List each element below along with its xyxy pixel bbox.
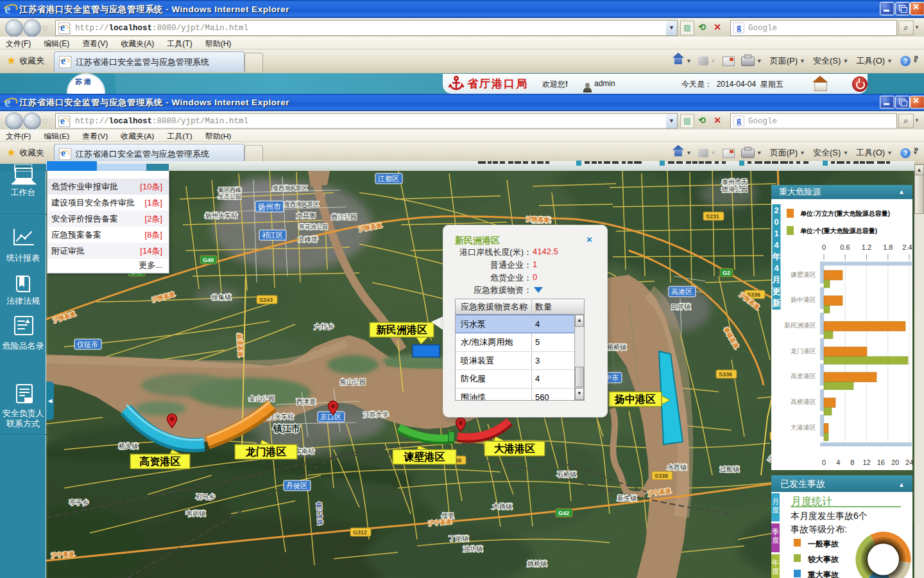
svg-text:瘦西湖风景区: 瘦西湖风景区 xyxy=(273,185,307,191)
svg-text:扬溧高速: 扬溧高速 xyxy=(236,333,244,358)
svg-text:S336: S336 xyxy=(719,371,732,378)
svg-text:新: 新 xyxy=(772,298,781,308)
svg-text:单位:万立方(重大危险源总容量): 单位:万立方(重大危险源总容量) xyxy=(800,210,890,217)
svg-text:口岸镇: 口岸镇 xyxy=(671,303,690,310)
svg-text:G40: G40 xyxy=(203,257,214,263)
svg-text:亭子乡: 亭子乡 xyxy=(69,499,89,506)
svg-text:新生镇: 新生镇 xyxy=(617,495,637,502)
svg-text:0: 0 xyxy=(774,217,778,227)
svg-text:S243: S243 xyxy=(259,297,273,303)
svg-text:桥头镇: 桥头镇 xyxy=(118,442,138,450)
svg-text:过船镇: 过船镇 xyxy=(720,466,739,473)
svg-text:G312: G312 xyxy=(353,529,367,536)
svg-text:高港区: 高港区 xyxy=(671,288,692,295)
svg-text:24: 24 xyxy=(905,459,912,466)
svg-text:扬中港区: 扬中港区 xyxy=(791,296,816,303)
svg-text:0.6: 0.6 xyxy=(840,243,850,251)
svg-text:0: 0 xyxy=(822,243,826,251)
svg-text:大港港区: 大港港区 xyxy=(494,443,535,454)
svg-text:蜀冈西峰: 蜀冈西峰 xyxy=(218,187,241,193)
svg-text:4: 4 xyxy=(774,240,779,250)
svg-text:金山公园: 金山公园 xyxy=(248,395,275,402)
svg-text:仪征市: 仪征市 xyxy=(77,340,98,348)
svg-text:2.4: 2.4 xyxy=(902,243,912,251)
svg-text:月: 月 xyxy=(772,275,781,285)
svg-text:扬中港区: 扬中港区 xyxy=(614,394,656,405)
svg-text:龙门港区: 龙门港区 xyxy=(791,347,816,355)
svg-text:扬州火车站: 扬州火车站 xyxy=(205,212,237,219)
svg-text:生态公园: 生态公园 xyxy=(218,193,241,200)
svg-text:曲江公园: 曲江公园 xyxy=(331,213,357,220)
svg-text:沪陕高速: 沪陕高速 xyxy=(526,216,550,223)
svg-text:文昌阁: 文昌阁 xyxy=(296,212,316,219)
svg-text:1.2: 1.2 xyxy=(862,243,871,251)
svg-text:六圩乡: 六圩乡 xyxy=(314,323,334,330)
svg-text:0: 0 xyxy=(822,459,826,466)
svg-text:文峰塔: 文峰塔 xyxy=(298,236,318,243)
svg-text:16: 16 xyxy=(877,459,885,466)
svg-text:8: 8 xyxy=(850,459,854,466)
svg-text:谏壁港区: 谏壁港区 xyxy=(404,451,445,462)
svg-text:大港港区: 大港港区 xyxy=(791,424,816,431)
svg-text:新民洲港区: 新民洲港区 xyxy=(375,324,427,335)
svg-text:石桥镇: 石桥镇 xyxy=(557,471,576,478)
svg-text:泰州市天: 泰州市天 xyxy=(722,179,748,186)
svg-text:大路镇: 大路镇 xyxy=(493,503,512,510)
svg-text:丹徒区: 丹徒区 xyxy=(286,482,307,489)
svg-text:1.8: 1.8 xyxy=(883,243,893,251)
svg-text:S338: S338 xyxy=(654,473,668,479)
svg-text:2: 2 xyxy=(774,206,778,215)
svg-text:德湖公园: 德湖公园 xyxy=(721,186,748,193)
svg-text:镇江市: 镇江市 xyxy=(273,423,300,434)
svg-text:江苏大学: 江苏大学 xyxy=(363,411,389,418)
svg-text:年: 年 xyxy=(772,252,782,261)
svg-text:更: 更 xyxy=(773,286,781,296)
svg-text:20: 20 xyxy=(891,459,899,466)
svg-text:12: 12 xyxy=(862,459,870,466)
svg-text:谏壁港区: 谏壁港区 xyxy=(790,271,816,278)
svg-text:韦岗镇: 韦岗镇 xyxy=(186,510,205,517)
svg-text:焦山公园: 焦山公园 xyxy=(340,378,366,385)
svg-text:G42: G42 xyxy=(558,510,569,516)
svg-text:1: 1 xyxy=(774,229,778,238)
svg-text:4: 4 xyxy=(774,263,779,273)
svg-text:S231: S231 xyxy=(706,213,719,220)
svg-text:石马乡: 石马乡 xyxy=(196,493,215,500)
svg-text:荷花池公园: 荷花池公园 xyxy=(298,223,328,230)
svg-text:高资港区: 高资港区 xyxy=(791,372,816,380)
svg-text:丁岗镇: 丁岗镇 xyxy=(449,535,468,542)
svg-text:瘦西湖风景区: 瘦西湖风景区 xyxy=(284,201,319,207)
svg-text:祁江区: 祁江区 xyxy=(262,231,283,239)
svg-text:京口区: 京口区 xyxy=(320,413,341,421)
svg-text:G2: G2 xyxy=(723,270,730,276)
svg-text:4: 4 xyxy=(836,459,840,466)
svg-text:龙门港区: 龙门港区 xyxy=(245,446,287,457)
svg-text:高桥港区: 高桥港区 xyxy=(791,398,816,405)
svg-text:西津渡: 西津渡 xyxy=(296,398,316,405)
svg-text:扬州市: 扬州市 xyxy=(257,202,281,211)
svg-text:水胜镇: 水胜镇 xyxy=(667,464,687,471)
svg-text:姚桥镇: 姚桥镇 xyxy=(527,560,547,567)
svg-text:徐集镇: 徐集镇 xyxy=(211,293,231,301)
svg-text:江都区: 江都区 xyxy=(377,175,399,182)
svg-text:高资港区: 高资港区 xyxy=(140,455,181,467)
svg-text:单位:个(重大危险源总容量): 单位:个(重大危险源总容量) xyxy=(800,227,877,234)
svg-text:油坊镇: 油坊镇 xyxy=(463,545,483,552)
svg-text:镇江支线: 镇江支线 xyxy=(316,502,323,525)
svg-text:新民洲港区: 新民洲港区 xyxy=(784,322,816,329)
